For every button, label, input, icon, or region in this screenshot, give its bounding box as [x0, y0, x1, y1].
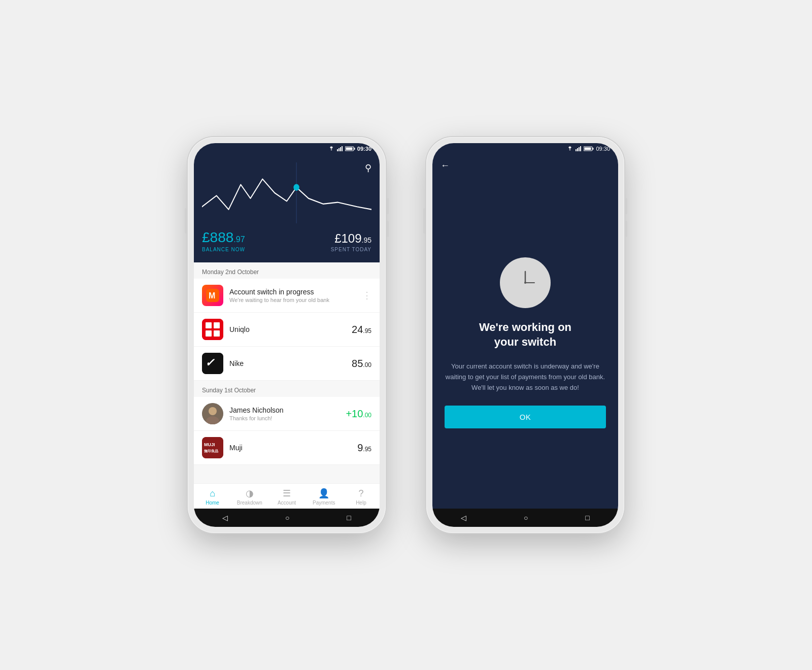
uniqlo-icon	[202, 319, 223, 340]
svg-rect-13	[214, 322, 220, 328]
balance-main: £888	[202, 229, 233, 245]
power-btn-2[interactable]	[423, 208, 425, 233]
svg-rect-14	[206, 330, 212, 337]
switch-description: Your current account switch is underway …	[445, 361, 606, 393]
switch-top-bar: ←	[432, 154, 618, 177]
svg-rect-24	[576, 149, 577, 151]
nav-breakdown[interactable]: ◑ Breakdown	[231, 488, 268, 506]
tx-james-sub: Thanks for lunch!	[229, 415, 340, 421]
bottom-nav: ⌂ Home ◑ Breakdown ☰ Account 👤 Payments	[194, 483, 380, 509]
svg-text:無印良品: 無印良品	[204, 449, 218, 453]
balance-amount: £888.97	[202, 229, 245, 246]
nike-icon: ✓	[202, 353, 223, 374]
nav-home[interactable]: ⌂ Home	[194, 488, 231, 506]
home-icon: ⌂	[210, 488, 215, 499]
breakdown-icon: ◑	[246, 488, 254, 499]
spent-main: £109	[334, 231, 361, 245]
nav-account[interactable]: ☰ Account	[268, 488, 305, 506]
tx-switch-info: Account switch in progress We're waiting…	[229, 288, 356, 303]
tx-nike[interactable]: ✓ Nike 85.00	[194, 347, 380, 381]
tx-muji-amount: 9.95	[357, 442, 371, 454]
power-btn[interactable]	[185, 208, 187, 233]
nav-home-label: Home	[206, 500, 219, 506]
svg-rect-3	[342, 146, 343, 151]
status-time-1: 09:30	[357, 146, 371, 152]
phone-2-screen: 09:30 ←	[432, 143, 618, 527]
svg-point-19	[209, 407, 217, 415]
recents-btn-2[interactable]: □	[585, 514, 589, 522]
balance-pence: .97	[233, 235, 245, 244]
status-icons-2: 09:30	[566, 146, 610, 152]
svg-text:✓: ✓	[205, 356, 215, 369]
nav-help[interactable]: ? Help	[343, 488, 380, 506]
tx-switch-name: Account switch in progress	[229, 288, 356, 296]
transactions-list: Monday 2nd October	[194, 262, 380, 483]
tx-nike-name: Nike	[229, 359, 346, 367]
phone-2-content: 09:30 ←	[432, 143, 618, 527]
back-btn-1[interactable]: ◁	[222, 514, 228, 522]
svg-rect-2	[340, 147, 341, 151]
svg-rect-1	[339, 148, 340, 151]
recents-btn-1[interactable]: □	[347, 514, 351, 522]
tx-muji-info: Muji	[229, 444, 351, 452]
nav-payments[interactable]: 👤 Payments	[306, 488, 343, 506]
tx-switch-more[interactable]: ⋮	[362, 290, 371, 301]
status-bar-2: 09:30	[432, 143, 618, 154]
tx-james-amount: +10.00	[346, 408, 371, 420]
svg-point-8	[293, 184, 299, 191]
nav-help-label: Help	[356, 500, 366, 506]
search-button[interactable]: ⚲	[365, 162, 371, 174]
volume-down-btn[interactable]	[387, 221, 389, 237]
svg-rect-15	[214, 330, 220, 337]
tx-muji[interactable]: MUJI 無印良品 Muji 9.95	[194, 431, 380, 465]
tx-james[interactable]: James Nicholson Thanks for lunch! +10.00	[194, 397, 380, 431]
svg-rect-26	[579, 147, 580, 151]
tx-uniqlo[interactable]: Uniqlo 24.95	[194, 313, 380, 347]
muji-icon: MUJI 無印良品	[202, 437, 223, 458]
balance-now: £888.97 BALANCE NOW	[202, 229, 245, 252]
svg-rect-30	[585, 148, 591, 150]
date-header-2: Sunday 1st October	[194, 381, 380, 397]
payments-icon: 👤	[318, 488, 329, 499]
android-nav-1: ◁ ○ □	[194, 509, 380, 527]
chart-header: ⚲ £888.97	[194, 154, 380, 262]
phone-2: 09:30 ←	[426, 137, 624, 533]
svg-rect-12	[206, 322, 212, 328]
svg-rect-21	[202, 437, 223, 458]
status-bar-1: 09:30	[194, 143, 380, 154]
tx-account-switch[interactable]: M Account switch in progress We're waiti…	[194, 279, 380, 313]
volume-up-btn-2[interactable]	[625, 198, 627, 214]
account-icon: ☰	[283, 488, 291, 499]
monzo-icon: M	[202, 285, 223, 306]
svg-text:MUJI: MUJI	[204, 442, 215, 447]
back-button[interactable]: ←	[441, 160, 450, 171]
status-icons-1: 09:30	[328, 146, 371, 152]
ok-button[interactable]: OK	[445, 406, 606, 428]
android-nav-2: ◁ ○ □	[432, 509, 618, 527]
svg-rect-27	[580, 146, 581, 151]
wifi-icon-2	[566, 146, 573, 151]
spent-today: £109.95 SPENT TODAY	[331, 231, 371, 252]
nav-account-label: Account	[278, 500, 296, 506]
wifi-icon	[328, 146, 335, 151]
home-btn-1[interactable]: ○	[285, 514, 289, 522]
clock-icon	[500, 257, 551, 308]
svg-point-34	[524, 282, 526, 284]
tx-uniqlo-name: Uniqlo	[229, 325, 346, 333]
svg-rect-11	[202, 319, 223, 340]
nav-payments-label: Payments	[313, 500, 335, 506]
balance-chart	[202, 162, 371, 223]
svg-rect-25	[577, 148, 578, 151]
tx-nike-amount: 85.00	[352, 358, 371, 370]
phone-1-screen: 09:30 ⚲	[194, 143, 380, 527]
home-btn-2[interactable]: ○	[524, 514, 528, 522]
svg-rect-6	[346, 148, 352, 150]
back-btn-2[interactable]: ◁	[461, 514, 466, 522]
volume-down-btn-2[interactable]	[625, 221, 627, 237]
volume-up-btn[interactable]	[387, 198, 389, 214]
spent-label: SPENT TODAY	[331, 247, 371, 252]
battery-icon-2	[584, 146, 594, 151]
james-avatar	[202, 403, 223, 424]
signal-icon-2	[576, 146, 582, 151]
help-icon: ?	[358, 488, 363, 499]
